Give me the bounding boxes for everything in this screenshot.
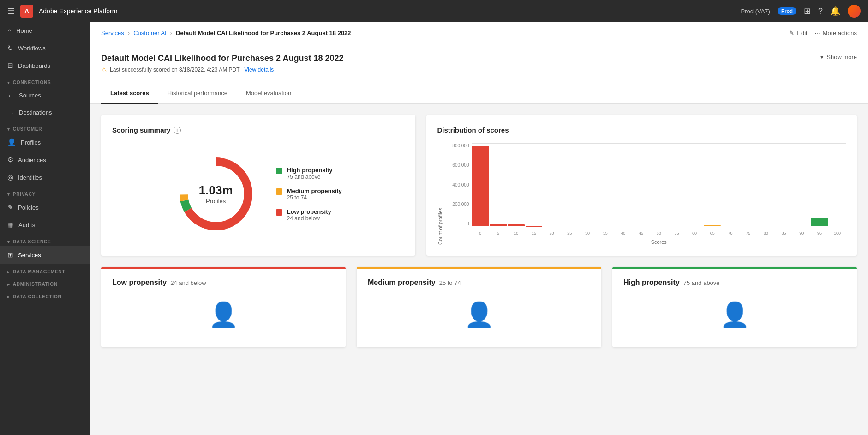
env-label: Prod (VA7): [741, 8, 770, 15]
section-connections[interactable]: ▾ CONNECTIONS: [0, 74, 90, 87]
audits-icon: ▦: [7, 221, 14, 229]
identities-icon: ◎: [7, 173, 13, 181]
breadcrumb-services[interactable]: Services: [101, 30, 124, 36]
legend-item-medium: Medium propensity 25 to 74: [276, 187, 342, 201]
donut-chart: 1.03m Profiles: [174, 152, 257, 236]
destinations-icon: →: [7, 109, 14, 116]
env-badge[interactable]: Prod: [778, 7, 796, 15]
section-data-management[interactable]: ▸ DATA MANAGEMENT: [0, 264, 90, 276]
sidebar-item-services[interactable]: ⊞ Services: [0, 246, 90, 264]
bar-0: [472, 146, 489, 226]
section-data-collection[interactable]: ▸ DATA COLLECTION: [0, 289, 90, 301]
y-axis-label: Count of profiles: [437, 143, 443, 245]
x-label-40: 40: [615, 231, 632, 236]
tabs-bar: Latest scores Historical performance Mod…: [90, 83, 868, 104]
dashboards-icon: ⊟: [7, 61, 13, 70]
section-label-data-collection: DATA COLLECTION: [13, 294, 62, 299]
legend-item-low: Low propensity 24 and below: [276, 208, 342, 222]
sidebar-item-profiles[interactable]: 👤 Profiles: [0, 133, 90, 151]
sidebar-label-workflows: Workflows: [18, 45, 46, 52]
x-label-90: 90: [793, 231, 810, 236]
breadcrumb: Services › Customer AI › Default Model C…: [101, 30, 351, 36]
chevron-down-icon: ▾: [7, 80, 10, 85]
x-label-15: 15: [526, 231, 543, 236]
sidebar-item-workflows[interactable]: ↻ Workflows: [0, 39, 90, 57]
edit-button[interactable]: ✎ Edit: [789, 30, 807, 36]
person-icon: 👤: [720, 301, 750, 329]
scoring-summary-title: Scoring summary i: [112, 126, 404, 134]
chevron-right-icon: ▸: [7, 282, 10, 287]
sidebar-label-audiences: Audiences: [18, 157, 46, 163]
x-label-25: 25: [561, 231, 578, 236]
section-label-administration: ADMINISTRATION: [13, 282, 58, 287]
x-label-20: 20: [543, 231, 560, 236]
sidebar-item-dashboards[interactable]: ⊟ Dashboards: [0, 57, 90, 74]
bar-95: [811, 218, 828, 226]
section-administration[interactable]: ▸ ADMINISTRATION: [0, 276, 90, 289]
x-label-95: 95: [811, 231, 828, 236]
sidebar-label-sources: Sources: [19, 92, 41, 99]
info-icon[interactable]: i: [174, 127, 181, 134]
sidebar-label-identities: Identities: [18, 174, 42, 181]
status-text: Last successfully scored on 8/18/2022, 4…: [110, 66, 239, 73]
y-label-200k: 200,000: [447, 202, 472, 207]
sidebar-item-home[interactable]: ⌂ Home: [0, 22, 90, 39]
sidebar-item-identities[interactable]: ◎ Identities: [0, 169, 90, 186]
user-avatar[interactable]: [848, 5, 861, 18]
sidebar-label-services: Services: [18, 252, 41, 259]
breadcrumb-actions: ✎ Edit ··· More actions: [789, 30, 857, 36]
legend-text-high: High propensity 75 and above: [287, 167, 333, 180]
propensity-title-low: Low propensity 24 and below: [112, 278, 335, 287]
x-label-75: 75: [740, 231, 757, 236]
apps-icon[interactable]: ⊞: [804, 6, 811, 16]
section-data-science[interactable]: ▾ DATA SCIENCE: [0, 234, 90, 246]
section-customer[interactable]: ▾ CUSTOMER: [0, 121, 90, 133]
sources-icon: ←: [7, 91, 14, 99]
hamburger-menu-icon[interactable]: ☰: [7, 6, 15, 16]
section-privacy[interactable]: ▾ PRIVACY: [0, 186, 90, 199]
services-icon: ⊞: [7, 251, 13, 259]
home-icon: ⌂: [7, 27, 12, 35]
propensity-person-icon-low: 👤: [112, 287, 335, 338]
sidebar-item-sources[interactable]: ← Sources: [0, 87, 90, 104]
chevron-down-icon: ▾: [820, 54, 824, 60]
breadcrumb-customer-ai[interactable]: Customer AI: [133, 30, 167, 36]
x-label-60: 60: [686, 231, 703, 236]
top-navigation: ☰ A Adobe Experience Platform Prod (VA7)…: [0, 0, 868, 22]
more-actions-button[interactable]: ··· More actions: [815, 30, 857, 36]
legend-item-high: High propensity 75 and above: [276, 167, 342, 180]
propensity-person-icon-high: 👤: [623, 287, 846, 338]
sidebar-item-audits[interactable]: ▦ Audits: [0, 216, 90, 234]
content-area: Default Model CAI Likelihood for Purchas…: [90, 44, 868, 435]
main-content: Services › Customer AI › Default Model C…: [90, 22, 868, 435]
distribution-of-scores-card: Distribution of scores Count of profiles…: [426, 115, 857, 256]
breadcrumb-bar: Services › Customer AI › Default Model C…: [90, 22, 868, 44]
show-more-button[interactable]: ▾ Show more: [820, 54, 857, 60]
sidebar-item-audiences[interactable]: ⚙ Audiences: [0, 151, 90, 169]
tab-latest-scores[interactable]: Latest scores: [101, 83, 158, 104]
profiles-icon: 👤: [7, 138, 16, 146]
propensity-section: Low propensity 24 and below 👤 Medium pro…: [90, 267, 868, 358]
legend-color-low: [276, 209, 282, 216]
tab-historical-performance[interactable]: Historical performance: [158, 83, 237, 104]
sidebar-label-home: Home: [16, 27, 32, 34]
y-label-600k: 600,000: [447, 163, 472, 168]
charts-section: Scoring summary i: [90, 104, 868, 267]
bar-chart-inner: 800,000 600,000 400,000 200,000 0: [447, 143, 846, 245]
chevron-down-icon: ▾: [7, 192, 10, 197]
x-label-100: 100: [829, 231, 846, 236]
sidebar-item-destinations[interactable]: → Destinations: [0, 104, 90, 121]
view-details-link[interactable]: View details: [244, 66, 274, 73]
sidebar-label-policies: Policies: [18, 204, 39, 211]
notifications-icon[interactable]: 🔔: [830, 6, 840, 16]
x-label-55: 55: [668, 231, 685, 236]
y-label-800k: 800,000: [447, 143, 472, 148]
propensity-person-icon-medium: 👤: [368, 287, 590, 338]
help-icon[interactable]: ?: [818, 6, 823, 16]
sidebar-label-dashboards: Dashboards: [18, 62, 50, 69]
tab-model-evaluation[interactable]: Model evaluation: [237, 83, 300, 104]
model-status: ⚠ Last successfully scored on 8/18/2022,…: [101, 66, 343, 73]
sidebar-label-profiles: Profiles: [21, 139, 41, 146]
sidebar-item-policies[interactable]: ✎ Policies: [0, 199, 90, 216]
legend-color-medium: [276, 188, 282, 195]
